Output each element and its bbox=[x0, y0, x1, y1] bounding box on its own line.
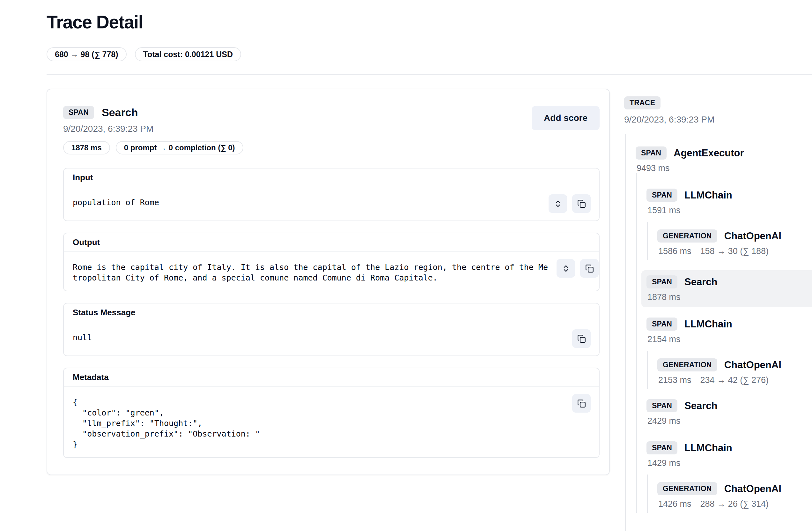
node-latency: 1591 ms bbox=[648, 205, 681, 215]
node-latency: 1878 ms bbox=[648, 292, 681, 302]
node-latency: 2429 ms bbox=[648, 416, 681, 426]
section-metadata-content: { "color": "green", "llm_prefix": "Thoug… bbox=[73, 394, 566, 450]
node-name: Search bbox=[684, 276, 717, 288]
node-type-badge: SPAN bbox=[647, 441, 678, 455]
node-name: ChatOpenAI bbox=[724, 483, 781, 494]
node-name: AgentExecutor bbox=[673, 147, 744, 159]
node-name: ChatOpenAI bbox=[724, 230, 781, 242]
page-title: Trace Detail bbox=[46, 12, 812, 32]
node-tokens: 288 → 26 (∑ 314) bbox=[700, 499, 769, 509]
chevrons-up-down-icon bbox=[562, 264, 570, 273]
expand-button[interactable] bbox=[549, 194, 567, 213]
copy-button[interactable] bbox=[580, 259, 599, 278]
node-latency: 1429 ms bbox=[648, 458, 681, 468]
section-output-content: Rome is the capital city of Italy. It is… bbox=[73, 259, 550, 283]
section-input-content: population of Rome bbox=[73, 194, 542, 208]
tree-node-chatopenai-2[interactable]: GENERATION ChatOpenAI 2153 ms 234 → 42 (… bbox=[657, 358, 812, 385]
total-cost-badge: Total cost: 0.00121 USD bbox=[135, 47, 242, 61]
section-output: Output Rome is the capital city of Italy… bbox=[63, 233, 599, 291]
tree-children: GENERATION ChatOpenAI 1426 ms 288 → 26 (… bbox=[647, 474, 812, 513]
node-type-badge: SPAN bbox=[647, 317, 678, 331]
section-status-content: null bbox=[73, 329, 566, 343]
section-status-title: Status Message bbox=[64, 303, 599, 322]
tree-children: SPAN LLMChain 1591 ms GENERATION ChatOpe… bbox=[636, 173, 812, 513]
trace-detail-page: Trace Detail 680 → 98 (∑ 778) Total cost… bbox=[0, 0, 812, 531]
tree-node-llmchain-2[interactable]: SPAN LLMChain 2154 ms bbox=[647, 317, 812, 344]
section-status-message: Status Message null bbox=[63, 303, 599, 356]
node-tokens: 158 → 30 (∑ 188) bbox=[700, 246, 769, 256]
copy-button[interactable] bbox=[572, 394, 591, 413]
copy-icon bbox=[577, 399, 586, 408]
node-type-badge: GENERATION bbox=[657, 229, 717, 243]
trace-tree: SPAN AgentExecutor 9493 ms SPAN LLMChain… bbox=[625, 134, 812, 531]
tree-children: GENERATION ChatOpenAI 1586 ms 158 → 30 (… bbox=[647, 222, 812, 260]
tree-node-chatopenai-1[interactable]: GENERATION ChatOpenAI 1586 ms 158 → 30 (… bbox=[657, 229, 812, 256]
node-latency: 1586 ms bbox=[658, 246, 692, 256]
copy-button[interactable] bbox=[572, 329, 591, 348]
chevrons-up-down-icon bbox=[554, 199, 562, 208]
copy-icon bbox=[577, 334, 586, 343]
tree-node-search-selected[interactable]: SPAN Search 1878 ms bbox=[641, 270, 812, 307]
token-usage-badge: 680 → 98 (∑ 778) bbox=[46, 47, 127, 61]
observation-card: SPAN Search 9/20/2023, 6:39:23 PM 1878 m… bbox=[46, 89, 610, 475]
node-type-badge: GENERATION bbox=[657, 482, 717, 495]
node-type-badge: SPAN bbox=[636, 146, 667, 160]
section-metadata-title: Metadata bbox=[64, 368, 599, 387]
node-latency: 2154 ms bbox=[648, 334, 681, 344]
expand-button[interactable] bbox=[556, 259, 575, 278]
observation-timestamp: 9/20/2023, 6:39:23 PM bbox=[63, 124, 243, 134]
tree-node-agentexecutor[interactable]: SPAN AgentExecutor 9493 ms bbox=[636, 146, 812, 173]
observation-type-badge: SPAN bbox=[63, 106, 94, 119]
section-metadata: Metadata { "color": "green", "llm_prefix… bbox=[63, 368, 599, 458]
tree-node-llmchain-1[interactable]: SPAN LLMChain 1591 ms bbox=[647, 189, 812, 215]
copy-icon bbox=[577, 199, 586, 208]
tree-node-search-2[interactable]: SPAN Search 2429 ms bbox=[647, 399, 812, 426]
section-input: Input population of Rome bbox=[63, 168, 599, 221]
trace-timestamp: 9/20/2023, 6:39:23 PM bbox=[624, 115, 812, 125]
copy-button[interactable] bbox=[572, 194, 591, 213]
trace-tree-sidebar: TRACE 9/20/2023, 6:39:23 PM SPAN AgentEx… bbox=[624, 89, 812, 531]
node-type-badge: SPAN bbox=[647, 399, 678, 412]
add-score-button[interactable]: Add score bbox=[532, 106, 599, 130]
node-name: Search bbox=[684, 400, 717, 412]
section-input-title: Input bbox=[64, 169, 599, 187]
node-name: LLMChain bbox=[684, 318, 732, 330]
node-type-badge: SPAN bbox=[647, 189, 678, 202]
node-type-badge: GENERATION bbox=[657, 358, 717, 371]
section-output-title: Output bbox=[64, 233, 599, 252]
node-type-badge: SPAN bbox=[647, 275, 678, 288]
token-count-badge: 0 prompt → 0 completion (∑ 0) bbox=[116, 141, 243, 155]
trace-badge: TRACE bbox=[624, 96, 661, 110]
observation-title: Search bbox=[102, 106, 138, 119]
node-latency: 1426 ms bbox=[658, 499, 692, 509]
tree-node-chatopenai-3[interactable]: GENERATION ChatOpenAI 1426 ms 288 → 26 (… bbox=[657, 482, 812, 509]
header-divider bbox=[46, 74, 812, 75]
node-name: LLMChain bbox=[684, 189, 732, 201]
tree-children: GENERATION ChatOpenAI 2153 ms 234 → 42 (… bbox=[647, 351, 812, 389]
tree-node-llmchain-3[interactable]: SPAN LLMChain 1429 ms bbox=[647, 441, 812, 468]
node-name: ChatOpenAI bbox=[724, 359, 781, 371]
trace-summary-badges: 680 → 98 (∑ 778) Total cost: 0.00121 USD bbox=[46, 47, 812, 61]
latency-badge: 1878 ms bbox=[63, 141, 110, 155]
node-tokens: 234 → 42 (∑ 276) bbox=[700, 375, 769, 385]
copy-icon bbox=[585, 264, 594, 273]
node-latency: 2153 ms bbox=[658, 375, 692, 385]
node-name: LLMChain bbox=[684, 442, 732, 454]
node-latency: 9493 ms bbox=[637, 163, 670, 173]
